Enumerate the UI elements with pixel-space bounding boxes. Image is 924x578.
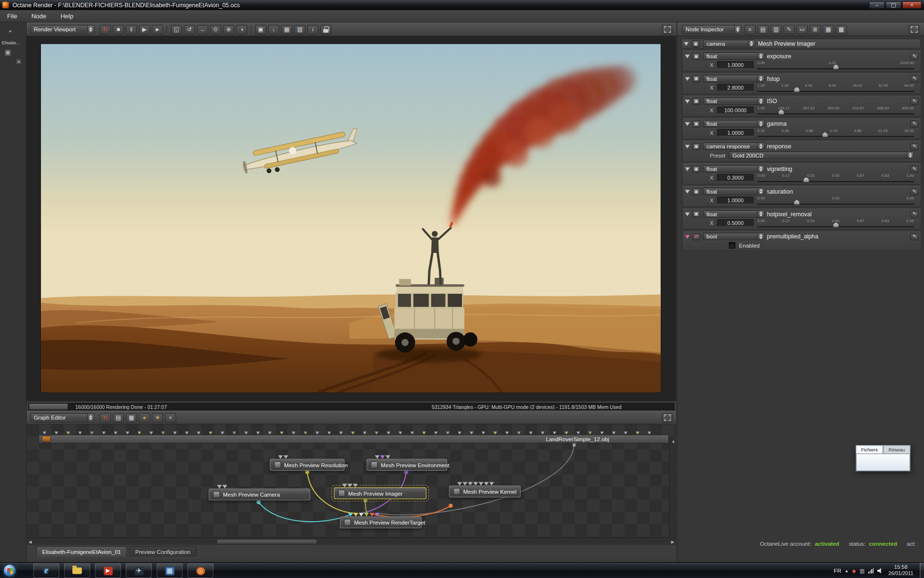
graph-node[interactable]: Mesh Preview Resolution bbox=[270, 459, 345, 471]
node-pin[interactable] bbox=[468, 482, 473, 486]
obj-input-pin[interactable] bbox=[505, 432, 509, 434]
obj-input-pin[interactable] bbox=[327, 432, 331, 434]
node-link-icon[interactable]: ✎ bbox=[911, 188, 919, 195]
graph-node[interactable]: Mesh Preview Environment bbox=[367, 459, 448, 471]
param-type-dropdown[interactable]: float bbox=[703, 165, 764, 173]
expand-graph-icon[interactable] bbox=[662, 413, 672, 422]
close-button[interactable]: × bbox=[902, 1, 922, 9]
slider-thumb[interactable] bbox=[833, 65, 838, 69]
obj-input-pin[interactable] bbox=[648, 432, 651, 434]
tray-volume-icon[interactable] bbox=[877, 568, 883, 573]
taskbar-flight-sim[interactable]: ✈ bbox=[126, 564, 152, 578]
enabled-checkbox[interactable] bbox=[729, 242, 736, 249]
graph-vscrollbar[interactable]: ▲ ▼ bbox=[669, 438, 676, 537]
session-icon[interactable]: ◔ bbox=[7, 27, 12, 36]
obj-input-pin[interactable] bbox=[351, 432, 355, 434]
slider-track[interactable] bbox=[757, 132, 914, 137]
collapse-arrow[interactable] bbox=[685, 167, 690, 171]
stop-render-icon[interactable]: ■ bbox=[113, 25, 124, 34]
restart-render-icon[interactable]: ↻ bbox=[100, 413, 111, 422]
obj-output-pin[interactable] bbox=[572, 444, 576, 447]
slider-thumb[interactable] bbox=[822, 132, 828, 137]
obj-input-pin[interactable] bbox=[411, 432, 414, 434]
taskbar-octane-render[interactable]: ◎ bbox=[187, 564, 213, 578]
node-pin[interactable] bbox=[375, 513, 380, 516]
dropdown-stepper[interactable] bbox=[757, 188, 764, 195]
obj-input-pin[interactable] bbox=[636, 432, 639, 434]
node-list-icon[interactable]: ≡ bbox=[744, 25, 756, 34]
param-slider[interactable]: 0.000.170.330.500.670.831.00 bbox=[757, 218, 914, 228]
menu-file[interactable]: File bbox=[0, 10, 24, 22]
graph-mode-dropdown[interactable]: Graph Editor bbox=[30, 413, 94, 422]
dropdown-stepper[interactable] bbox=[757, 98, 764, 105]
param-slider[interactable]: 0.100.260.681.794.6812.2432.00 bbox=[757, 128, 914, 138]
rename-node-icon[interactable]: ✎ bbox=[783, 25, 795, 34]
param-type-dropdown[interactable]: float bbox=[703, 75, 764, 82]
tray-alert-icon[interactable]: ◆ bbox=[852, 568, 856, 574]
obj-input-pin[interactable] bbox=[280, 432, 283, 434]
graph-tab-1[interactable]: Elisabeth-FumigeneEtAvion_01 bbox=[36, 546, 127, 557]
inspector-mode-dropdown[interactable]: Node Inspector bbox=[682, 25, 741, 34]
slider-track[interactable] bbox=[757, 177, 914, 183]
collapse-arrow[interactable] bbox=[685, 54, 690, 58]
param-value-field[interactable]: 1.0000 bbox=[717, 61, 754, 69]
collapse-arrow[interactable] bbox=[685, 235, 690, 238]
node-link-icon[interactable]: ✎ bbox=[911, 98, 919, 105]
param-value-field[interactable]: 0.3000 bbox=[717, 174, 754, 182]
node-link-icon[interactable]: ✎ bbox=[911, 143, 919, 150]
obj-input-pin[interactable] bbox=[268, 432, 271, 434]
obj-input-pin[interactable] bbox=[173, 432, 177, 434]
obj-input-pin[interactable] bbox=[541, 432, 544, 434]
popup-tab-fichiers[interactable]: Fichiers bbox=[856, 445, 883, 453]
obj-input-pin[interactable] bbox=[126, 432, 129, 434]
param-type-icon[interactable]: ▣ bbox=[692, 120, 700, 128]
node-pin[interactable] bbox=[484, 482, 489, 486]
param-value-field[interactable]: 0.5000 bbox=[717, 219, 754, 227]
param-value-field[interactable]: 100.0000 bbox=[717, 106, 754, 114]
dropdown-stepper[interactable] bbox=[757, 76, 764, 82]
param-type-dropdown[interactable]: float bbox=[703, 97, 764, 105]
obj-input-pin[interactable] bbox=[304, 432, 307, 434]
zoom-camera-icon[interactable]: ⊙ bbox=[210, 25, 221, 34]
tray-display-icon[interactable]: ▥ bbox=[860, 568, 864, 574]
alpha-mode-icon[interactable]: ▨ bbox=[294, 25, 305, 34]
dropdown-stepper[interactable] bbox=[757, 210, 764, 217]
param-type-dropdown[interactable]: float bbox=[703, 210, 764, 218]
node-link-icon[interactable]: ✎ bbox=[911, 210, 919, 218]
obj-input-pin[interactable] bbox=[565, 432, 568, 434]
material-preview-icon[interactable]: ● bbox=[139, 413, 150, 422]
param-type-dropdown[interactable]: float bbox=[703, 187, 764, 195]
collapse-arrow[interactable] bbox=[685, 99, 690, 103]
collapse-arrow[interactable] bbox=[684, 42, 689, 45]
param-slider[interactable]: 0.002.004.00 bbox=[757, 196, 914, 205]
show-desktop-button[interactable] bbox=[920, 563, 924, 578]
restart-render-icon[interactable]: ↻ bbox=[100, 25, 111, 34]
node-pin[interactable] bbox=[473, 482, 478, 486]
node-link-icon[interactable]: ✎ bbox=[911, 233, 919, 240]
obj-input-pin[interactable] bbox=[292, 432, 295, 434]
obj-input-pin[interactable] bbox=[386, 432, 390, 434]
obj-input-pin[interactable] bbox=[588, 432, 591, 434]
delete-node-icon[interactable]: × bbox=[165, 413, 176, 422]
param-type-dropdown[interactable]: bool bbox=[703, 233, 764, 240]
obj-input-pin[interactable] bbox=[517, 432, 521, 434]
obj-input-pin[interactable] bbox=[446, 432, 449, 434]
project-label[interactable]: Elisabe... bbox=[2, 40, 26, 46]
dropdown-stepper[interactable] bbox=[734, 25, 741, 33]
info-overlay-icon[interactable]: i bbox=[307, 25, 318, 34]
photo-icon[interactable]: ▩ bbox=[835, 25, 847, 34]
obj-input-pin[interactable] bbox=[612, 432, 616, 434]
node-pin[interactable] bbox=[278, 455, 283, 459]
pause-render-icon[interactable]: ‖ bbox=[126, 25, 137, 34]
taskbar-clock[interactable]: 15:58 26/01/2011 bbox=[885, 564, 917, 577]
dropdown-stepper[interactable] bbox=[757, 53, 764, 60]
slider-track[interactable] bbox=[757, 65, 914, 70]
obj-input-pin[interactable] bbox=[493, 432, 497, 434]
mesh-obj-node[interactable]: LandRoverSimple_12.obj bbox=[38, 434, 669, 443]
param-slider[interactable]: 0.000.170.330.500.670.831.00 bbox=[757, 173, 914, 183]
obj-input-pin[interactable] bbox=[209, 432, 212, 434]
preset-dropdown[interactable]: Gold 200CD bbox=[729, 151, 914, 159]
obj-input-pin[interactable] bbox=[256, 432, 259, 434]
subsample-icon[interactable]: ▦ bbox=[281, 25, 292, 34]
param-type-icon[interactable]: ▣ bbox=[692, 53, 700, 60]
